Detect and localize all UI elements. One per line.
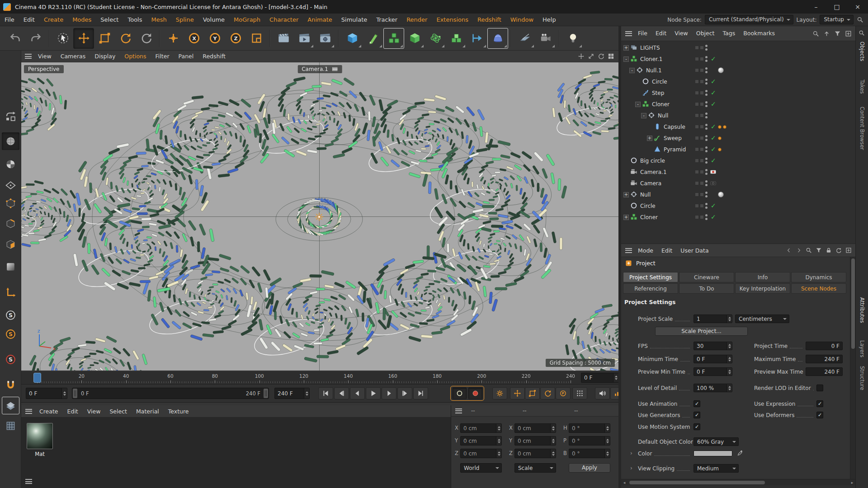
- layer-toggle-squares[interactable]: [695, 136, 704, 140]
- scale-project-button[interactable]: Scale Project...: [655, 327, 748, 336]
- cam-on-icon[interactable]: [710, 169, 717, 175]
- viewport-menu-filter[interactable]: Filter: [151, 51, 174, 62]
- menu-tools[interactable]: Tools: [123, 14, 146, 26]
- collapse-icon[interactable]: -: [623, 56, 629, 62]
- node-space-select[interactable]: Current (Standard/Physical): [705, 15, 793, 24]
- move-button[interactable]: [73, 28, 94, 49]
- render-picture-viewer-button[interactable]: [294, 28, 315, 49]
- minimize-button[interactable]: –: [806, 0, 826, 14]
- visibility-dots[interactable]: [705, 169, 708, 175]
- object-manager-menu-icon[interactable]: [625, 31, 632, 36]
- prev-key-button[interactable]: [334, 387, 349, 399]
- goto-end-button[interactable]: [413, 387, 428, 399]
- workplane-lock-button[interactable]: [2, 397, 19, 414]
- rotation-p-field[interactable]: 0 °: [569, 436, 610, 446]
- layer-toggle-squares[interactable]: [695, 147, 704, 151]
- render-view-button[interactable]: [273, 28, 294, 49]
- object-menu-file[interactable]: File: [634, 26, 651, 41]
- space-select[interactable]: World: [460, 463, 502, 473]
- spinner-icon[interactable]: [726, 368, 732, 375]
- scale-button[interactable]: [94, 28, 115, 49]
- add-volume-button[interactable]: [446, 28, 467, 49]
- tab-key-interpolation[interactable]: Key Interpolation: [735, 283, 790, 294]
- points-mode-button[interactable]: [2, 195, 19, 212]
- viewport-menu-icon[interactable]: [25, 54, 32, 59]
- phong-tag-icon[interactable]: [718, 125, 722, 129]
- layer-toggle-squares[interactable]: [695, 159, 704, 163]
- dock-tab-objects[interactable]: Objects: [859, 42, 865, 61]
- attr-maximum-time-field[interactable]: 240 F: [806, 355, 843, 363]
- material-name[interactable]: Mat: [26, 451, 54, 457]
- enabled-check-icon[interactable]: ✓: [711, 87, 716, 99]
- dock-search-icon[interactable]: [859, 30, 865, 36]
- pane-rotate-icon[interactable]: [598, 53, 604, 60]
- attribute-menu-user-data[interactable]: User Data: [676, 244, 712, 257]
- object-row-lights[interactable]: +LIGHTS: [621, 42, 855, 53]
- attr-use-deformers-checkbox[interactable]: ✓: [816, 412, 823, 418]
- expand-chevron-icon[interactable]: ›: [630, 450, 632, 456]
- keying-settings-button[interactable]: [492, 387, 507, 399]
- layer-toggle-squares[interactable]: [695, 204, 704, 208]
- ruler-frame-field[interactable]: 0 F: [581, 373, 619, 383]
- key-parameter-button[interactable]: P: [556, 387, 571, 399]
- visibility-dots[interactable]: [705, 180, 708, 186]
- object-menu-edit[interactable]: Edit: [651, 26, 670, 41]
- attr-project-time-field[interactable]: 0 F: [806, 342, 843, 350]
- enabled-check-icon[interactable]: ✓: [711, 76, 716, 87]
- next-frame-button[interactable]: [382, 387, 396, 399]
- frame-marker[interactable]: [33, 373, 41, 383]
- attribute-hscrollbar[interactable]: ◂ ▸: [621, 479, 855, 485]
- attribute-menu-mode[interactable]: Mode: [634, 244, 657, 257]
- range-end-handle[interactable]: [264, 389, 268, 398]
- end-frame-field[interactable]: 240 F: [274, 388, 310, 399]
- menu-edit[interactable]: Edit: [19, 14, 39, 26]
- spinner-icon[interactable]: [550, 449, 556, 458]
- object-menu-view[interactable]: View: [670, 26, 692, 41]
- tab-project-settings[interactable]: Project Settings: [623, 272, 678, 282]
- spinner-icon[interactable]: [726, 342, 732, 350]
- object-row-camera[interactable]: +Camera: [621, 178, 855, 189]
- visibility-dots[interactable]: [705, 67, 708, 73]
- pane-scale-icon[interactable]: [588, 53, 594, 60]
- viewport-menu-cameras[interactable]: Cameras: [56, 51, 90, 62]
- spinner-icon[interactable]: [604, 449, 610, 458]
- project-scale-field[interactable]: 1: [693, 314, 732, 323]
- position-y-field[interactable]: 0 cm: [460, 436, 502, 446]
- enabled-check-icon[interactable]: ✓: [711, 99, 716, 110]
- material-menu-icon[interactable]: [25, 409, 32, 414]
- polygons-mode-button[interactable]: [2, 236, 19, 253]
- phong-tag-icon[interactable]: [718, 136, 722, 140]
- object-row-sweep[interactable]: +Sweep✓: [621, 132, 855, 144]
- spinner-icon[interactable]: [496, 424, 501, 432]
- tab-scene-nodes[interactable]: Scene Nodes: [791, 283, 846, 294]
- object-row-circle[interactable]: +Circle✓: [621, 200, 855, 211]
- spinner-icon[interactable]: [61, 388, 67, 399]
- spinner-icon[interactable]: [496, 436, 501, 445]
- lock-x-button[interactable]: X: [184, 28, 204, 49]
- dock-tab-structure[interactable]: Structure: [859, 366, 865, 390]
- layer-toggle-squares[interactable]: [695, 46, 704, 50]
- workplane-mode-button[interactable]: [2, 175, 19, 192]
- add-deformer-button[interactable]: [487, 28, 508, 49]
- viewport-menu-panel[interactable]: Panel: [174, 51, 198, 62]
- timeline-ruler[interactable]: 0204060801001201401601802002202400 F: [21, 371, 618, 385]
- next-key-button[interactable]: [397, 387, 412, 399]
- material-menu-create[interactable]: Create: [35, 405, 63, 418]
- render-settings-button[interactable]: [315, 28, 335, 49]
- eyedropper-icon[interactable]: [737, 450, 744, 456]
- collapse-icon[interactable]: -: [635, 102, 641, 107]
- viewport-menu-view[interactable]: View: [33, 51, 56, 62]
- search-icon[interactable]: [812, 30, 819, 37]
- visibility-dots[interactable]: [705, 203, 708, 209]
- attr-color-swatch[interactable]: [693, 450, 732, 456]
- attr-preview-min-time-field[interactable]: 0 F: [693, 367, 732, 376]
- magnet-snap-button[interactable]: [2, 376, 19, 394]
- object-row-camera-1[interactable]: +Camera.1: [621, 166, 855, 178]
- menu-redshift[interactable]: Redshift: [473, 14, 506, 26]
- range-start-handle[interactable]: [73, 389, 77, 398]
- perspective-label[interactable]: Perspective: [24, 65, 64, 73]
- display-tag-icon[interactable]: [718, 192, 724, 197]
- key-scale-button[interactable]: [525, 387, 540, 399]
- hscroll-right-icon[interactable]: ▸: [849, 480, 855, 485]
- visibility-dots[interactable]: [705, 214, 708, 220]
